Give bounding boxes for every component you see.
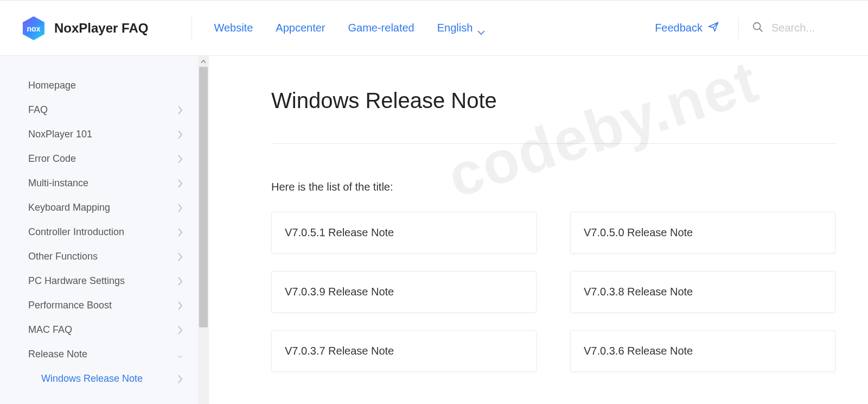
chevron-right-icon [177, 374, 183, 384]
chevron-right-icon [177, 154, 183, 164]
chevron-right-icon [177, 276, 183, 286]
sidebar-item-label: MAC FAQ [28, 324, 72, 336]
chevron-right-icon [177, 179, 183, 188]
sidebar-item-performance-boost[interactable]: Performance Boost [0, 293, 209, 318]
sidebar-item-label: NoxPlayer 101 [28, 129, 92, 140]
sidebar-item-pc-hardware-settings[interactable]: PC Hardware Settings [0, 269, 209, 293]
sidebar-item-label: Windows Release Note [41, 373, 143, 384]
search-input[interactable] [771, 22, 847, 34]
release-note-card[interactable]: V7.0.3.6 Release Note [570, 330, 835, 372]
search-icon [752, 21, 764, 35]
sidebar-item-faq[interactable]: FAQ [0, 98, 209, 122]
sidebar-item-homepage[interactable]: Homepage [0, 73, 209, 98]
svg-point-2 [754, 22, 761, 29]
nav-website[interactable]: Website [214, 22, 253, 34]
sidebar-item-label: Error Code [28, 153, 76, 165]
nav-language-label: English [437, 22, 473, 34]
chevron-right-icon [177, 130, 183, 140]
sidebar-subitem-windows-release-note[interactable]: Windows Release Note [13, 367, 209, 391]
list-intro: Here is the list of the title: [271, 181, 835, 193]
search [752, 21, 847, 35]
card-grid: V7.0.5.1 Release Note V7.0.5.0 Release N… [271, 212, 835, 372]
sidebar-item-label: Multi-instance [28, 178, 88, 189]
logo-icon: nox [21, 15, 47, 41]
divider [192, 15, 192, 41]
sidebar-item-label: FAQ [28, 104, 48, 116]
chevron-right-icon [177, 228, 183, 237]
main-nav: Website Appcenter Game-related English [214, 22, 486, 34]
chevron-right-icon [177, 325, 183, 335]
header: nox NoxPlayer FAQ Website Appcenter Game… [0, 0, 868, 56]
sidebar-item-other-functions[interactable]: Other Functions [0, 244, 209, 269]
sidebar-item-label: PC Hardware Settings [28, 275, 125, 287]
svg-text:nox: nox [27, 24, 41, 33]
scrollbar-track[interactable] [198, 56, 209, 404]
chevron-right-icon [177, 301, 183, 311]
sidebar-item-label: Homepage [28, 80, 76, 91]
nav-game-related[interactable]: Game-related [348, 22, 414, 34]
sidebar-item-release-note[interactable]: Release Note [0, 342, 209, 367]
sidebar-item-controller-introduction[interactable]: Controller Introduction [0, 220, 209, 244]
divider [738, 18, 739, 39]
logo-text: NoxPlayer FAQ [54, 21, 148, 36]
chevron-down-icon [477, 26, 486, 31]
nav-appcenter[interactable]: Appcenter [276, 22, 325, 34]
page-title: Windows Release Note [271, 89, 835, 113]
scrollbar-thumb[interactable] [199, 67, 208, 327]
sidebar-item-mac-faq[interactable]: MAC FAQ [0, 318, 209, 342]
sidebar-item-multi-instance[interactable]: Multi-instance [0, 171, 209, 195]
body: Homepage FAQ NoxPlayer 101 Error Code Mu… [0, 56, 868, 404]
chevron-right-icon [177, 252, 183, 262]
release-note-card[interactable]: V7.0.3.7 Release Note [271, 330, 537, 372]
sidebar-item-label: Controller Introduction [28, 226, 124, 238]
feedback-link[interactable]: Feedback [655, 21, 719, 35]
sidebar-item-keyboard-mapping[interactable]: Keyboard Mapping [0, 195, 209, 220]
scrollbar-up-icon[interactable] [198, 56, 209, 67]
sidebar-item-label: Other Functions [28, 251, 98, 262]
release-note-card[interactable]: V7.0.5.1 Release Note [271, 212, 537, 254]
logo[interactable]: nox NoxPlayer FAQ [21, 15, 148, 41]
svg-line-3 [760, 28, 763, 31]
sidebar-item-label: Keyboard Mapping [28, 202, 110, 213]
sidebar-item-error-code[interactable]: Error Code [0, 147, 209, 171]
sidebar-item-label: Performance Boost [28, 300, 112, 311]
main-content: codeby.net Windows Release Note Here is … [209, 56, 868, 404]
feedback-label: Feedback [655, 22, 703, 34]
divider [271, 143, 835, 144]
chevron-right-icon [177, 105, 183, 115]
sidebar: Homepage FAQ NoxPlayer 101 Error Code Mu… [0, 56, 209, 404]
nav-language[interactable]: English [437, 22, 486, 34]
sidebar-item-noxplayer-101[interactable]: NoxPlayer 101 [0, 122, 209, 147]
release-note-card[interactable]: V7.0.5.0 Release Note [570, 212, 835, 254]
sidebar-item-label: Release Note [28, 349, 87, 360]
sidebar-sublist: Windows Release Note [0, 367, 209, 391]
release-note-card[interactable]: V7.0.3.9 Release Note [271, 271, 537, 313]
paper-plane-icon [708, 21, 719, 35]
release-note-card[interactable]: V7.0.3.8 Release Note [570, 271, 835, 313]
chevron-right-icon [177, 203, 183, 213]
chevron-down-icon [177, 350, 183, 359]
sidebar-list: Homepage FAQ NoxPlayer 101 Error Code Mu… [0, 56, 209, 404]
